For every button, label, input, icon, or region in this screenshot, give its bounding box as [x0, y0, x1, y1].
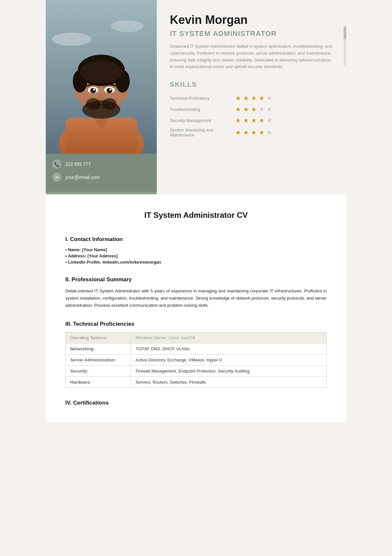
svg-point-2: [111, 20, 144, 32]
table-cell-value: Active Directory, Exchange, VMware, Hype…: [131, 355, 327, 366]
star-empty: ★: [267, 94, 272, 102]
star: ★: [243, 129, 249, 136]
star: ★: [259, 129, 265, 136]
document-section: IT System Administrator CV I. Contact In…: [46, 194, 346, 423]
star-empty: ★: [259, 105, 265, 113]
tech-table: Operating Systems: Windows Server, Linux…: [65, 332, 327, 388]
table-row: Hardware: Servers, Routers, Switches, Fi…: [66, 377, 327, 388]
email-contact: ✉ your@email.com: [52, 173, 150, 182]
table-cell-value: Firewall Management, Endpoint Protection…: [131, 366, 327, 377]
star: ★: [243, 94, 249, 102]
star: ★: [251, 94, 257, 102]
cv-card: 📞 222 555 777 ✉ your@email.com Kevin Mor…: [46, 0, 346, 194]
info-column: Kevin Morgan IT SYSTEM ADMINISTRATOR Sea…: [157, 0, 346, 194]
star-empty: ★: [267, 116, 272, 124]
table-row: Security: Firewall Management, Endpoint …: [66, 366, 327, 377]
star: ★: [243, 105, 249, 113]
candidate-name: Kevin Morgan: [170, 13, 333, 27]
star: ★: [251, 116, 257, 124]
svg-point-13: [80, 61, 122, 83]
table-row: Server Administration: Active Directory,…: [66, 355, 327, 366]
accent-bar-bottom: [46, 192, 157, 194]
candidate-title: IT SYSTEM ADMINISTRATOR: [170, 29, 333, 38]
table-cell-value: Windows Server, Linux, macOS: [131, 332, 327, 343]
skill-stars-1: ★ ★ ★ ★ ★: [235, 94, 272, 102]
skill-row-3: Security Management ★ ★ ★ ★ ★: [170, 116, 333, 124]
star: ★: [235, 94, 241, 102]
star-empty: ★: [267, 129, 272, 136]
skills-heading: SKILLS: [170, 81, 333, 88]
table-row: Networking: TCP/IP, DNS, DHCP, VLANs: [66, 343, 327, 355]
contact-bar: 📞 222 555 777 ✉ your@email.com: [46, 154, 157, 192]
email-address: your@email.com: [65, 175, 100, 180]
section-heading-cert: IV. Certifications: [65, 400, 327, 406]
table-cell-key: Security:: [66, 366, 131, 377]
svg-point-20: [93, 89, 95, 91]
email-icon: ✉: [52, 173, 61, 182]
phone-number: 222 555 777: [65, 162, 91, 167]
skill-name-3: Security Management: [170, 118, 232, 123]
star: ★: [251, 129, 257, 136]
table-cell-value: Servers, Routers, Switches, Firewalls: [131, 377, 327, 388]
skill-stars-2: ★ ★ ★ ★ ★: [235, 105, 272, 113]
photo-svg: [46, 0, 157, 154]
phone-contact: 📞 222 555 777: [52, 160, 150, 169]
doc-title: IT System Administrator CV: [65, 211, 327, 220]
svg-point-19: [106, 88, 112, 93]
star-empty: ★: [267, 105, 272, 113]
skill-row-4: System Monitoring and Maintenance ★ ★ ★ …: [170, 128, 333, 137]
star: ★: [259, 94, 265, 102]
svg-point-21: [109, 89, 111, 91]
svg-point-18: [90, 88, 96, 93]
skill-stars-3: ★ ★ ★ ★ ★: [235, 116, 272, 124]
scrollbar[interactable]: [344, 26, 346, 65]
photo-column: 📞 222 555 777 ✉ your@email.com: [46, 0, 157, 194]
contact-list-item: • LinkedIn Profile: linkedin.com/in/kevi…: [65, 260, 327, 265]
section-heading-contact: I. Contact Information: [65, 236, 327, 243]
table-row: Operating Systems: Windows Server, Linux…: [66, 332, 327, 343]
section-heading-tech: III. Technical Proficiencies: [65, 321, 327, 327]
table-cell-key: Hardware:: [66, 377, 131, 388]
star: ★: [235, 116, 241, 124]
svg-point-1: [52, 33, 91, 46]
contact-list-item: • Address: [Your Address]: [65, 253, 327, 258]
candidate-summary: Seasoned IT System Administrator skilled…: [170, 43, 333, 70]
contact-list: • Name: [Your Name] • Address: [Your Add…: [65, 247, 327, 265]
svg-point-24: [102, 98, 117, 110]
skill-row-1: Technical Proficiency ★ ★ ★ ★ ★: [170, 94, 333, 102]
svg-point-23: [86, 98, 100, 110]
star: ★: [235, 129, 241, 136]
skill-name-2: Troubleshooting: [170, 107, 232, 112]
phone-icon: 📞: [52, 160, 61, 169]
scrollbar-thumb[interactable]: [344, 26, 346, 39]
table-cell-key: Networking:: [66, 343, 131, 355]
star: ★: [235, 105, 241, 113]
star: ★: [251, 105, 257, 113]
contact-list-item: • Name: [Your Name]: [65, 247, 327, 252]
star: ★: [243, 116, 249, 124]
skill-row-2: Troubleshooting ★ ★ ★ ★ ★: [170, 105, 333, 113]
table-cell-key: Server Administration:: [66, 355, 131, 366]
skill-name-1: Technical Proficiency: [170, 96, 232, 101]
section-heading-summary: II. Professional Summary: [65, 276, 327, 283]
summary-text: Detail-oriented IT System Administrator …: [65, 287, 327, 309]
skill-name-4: System Monitoring and Maintenance: [170, 128, 232, 137]
table-cell-value: TCP/IP, DNS, DHCP, VLANs: [131, 343, 327, 355]
star: ★: [259, 116, 265, 124]
skill-stars-4: ★ ★ ★ ★ ★: [235, 129, 272, 136]
profile-photo: [46, 0, 157, 154]
table-cell-key: Operating Systems:: [66, 332, 131, 343]
